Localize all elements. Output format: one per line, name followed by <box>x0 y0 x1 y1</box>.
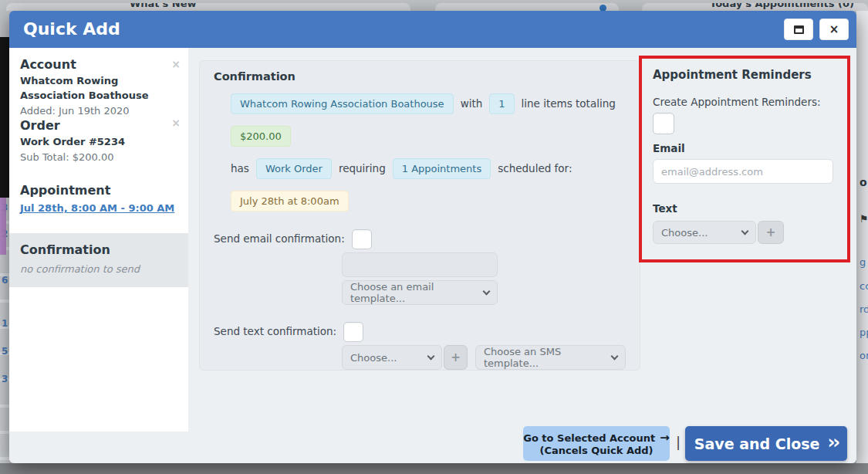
confirmation-summary-section: Confirmation no confirmation to send <box>9 233 188 287</box>
background-right-panel <box>856 11 868 463</box>
background-text-fragment: rd <box>860 303 868 315</box>
sms-template-select[interactable]: Choose an SMS template... <box>475 345 626 370</box>
chevron-down-icon <box>611 353 619 361</box>
plus-icon: + <box>451 350 461 364</box>
background-text-fragment: on <box>860 350 868 361</box>
modal-titlebar: Quick Add × <box>9 11 856 48</box>
phone-number-select[interactable]: Choose... <box>342 345 442 370</box>
reminder-text-label: Text <box>653 202 836 215</box>
appointments-chip: 1 Appointments <box>393 158 491 179</box>
sms-template-select-value: Choose an SMS template... <box>484 346 612 369</box>
sentence-text: line items totaling <box>522 97 616 110</box>
double-chevron-right-icon: ›› <box>827 432 838 453</box>
appointment-link[interactable]: Jul 28th, 8:00 AM - 9:00 AM <box>20 202 174 214</box>
background-text-fragment: g <box>860 256 866 268</box>
order-subtotal: Sub Total: $200.00 <box>20 150 177 165</box>
account-name: Whatcom Rowing Association Boathouse <box>20 73 177 103</box>
plus-icon: + <box>766 225 776 239</box>
summary-sidebar: × × Account Whatcom Rowing Association B… <box>9 48 188 432</box>
flag-icon: ⚑ <box>860 213 868 225</box>
summary-sentence-row: has Work Order requiring 1 Appointments … <box>231 157 626 180</box>
background-card-appointments: Today's Appointments (0) <box>642 3 868 11</box>
background-text-fragment: pp <box>860 327 868 338</box>
email-confirmation-row: Send email confirmation: <box>214 229 626 249</box>
account-chip: Whatcom Rowing Association Boathouse <box>231 93 454 114</box>
background-card-title: Today's Appointments (0) <box>710 3 854 9</box>
reminder-email-label: Email <box>653 142 836 154</box>
chevron-down-icon <box>483 288 491 296</box>
appointment-reminders-highlight: Appointment Reminders Create Appointment… <box>639 56 850 262</box>
confirmation-heading: Confirmation <box>20 242 177 259</box>
sentence-text: requiring <box>339 162 386 174</box>
text-confirmation-row: Send text confirmation: <box>214 322 626 342</box>
create-reminders-label: Create Appointment Reminders: <box>653 96 836 108</box>
save-button-label: Save and Close <box>694 435 820 452</box>
background-card-whats-new: What's New <box>6 3 410 11</box>
add-reminder-phone-button[interactable]: + <box>758 221 784 244</box>
text-confirmation-checkbox[interactable] <box>343 322 363 342</box>
goto-button-label: Go to Selected Account <box>523 432 655 444</box>
background-card-title: What's New <box>130 3 197 9</box>
background-purple-event <box>0 198 6 255</box>
order-name: Work Order #5234 <box>20 134 177 150</box>
remove-order-icon[interactable]: × <box>171 117 181 128</box>
summary-sentence-row: July 28th at 8:00am <box>231 189 626 212</box>
total-chip: $200.00 <box>231 126 291 147</box>
appointment-heading: Appointment <box>20 183 177 199</box>
summary-sentence-row: Whatcom Rowing Association Boathouse wit… <box>231 92 626 115</box>
reminder-phone-select-value: Choose... <box>661 227 708 239</box>
reminders-heading: Appointment Reminders <box>653 68 836 82</box>
email-confirmation-label: Send email confirmation: <box>214 229 345 245</box>
chevron-down-icon <box>427 353 435 361</box>
text-confirmation-label: Send text confirmation: <box>214 322 336 337</box>
add-phone-button[interactable]: + <box>444 345 468 370</box>
chevron-down-icon <box>741 228 749 235</box>
arrow-right-icon: → <box>660 431 670 445</box>
appointment-date-chip: July 28th at 8:00am <box>231 191 349 212</box>
email-template-select-value: Choose an email template... <box>350 281 484 304</box>
reminder-email-input[interactable] <box>653 159 833 184</box>
restore-window-icon <box>794 25 804 34</box>
modal-title: Quick Add <box>23 11 120 48</box>
remove-account-icon[interactable]: × <box>171 59 181 69</box>
email-template-select[interactable]: Choose an email template... <box>342 280 498 305</box>
line-item-count-chip: 1 <box>489 93 514 114</box>
confirmation-panel: Confirmation Whatcom Rowing Association … <box>199 60 640 371</box>
account-added-date: Added: Jun 19th 2020 <box>20 103 177 119</box>
panel-heading: Confirmation <box>214 70 626 83</box>
summary-sentence-row: $200.00 <box>231 124 626 147</box>
confirmation-note: no confirmation to send <box>20 263 177 275</box>
close-icon: × <box>829 24 839 36</box>
email-confirmation-checkbox[interactable] <box>352 229 372 249</box>
quick-add-modal: Quick Add × × × Account Whatcom Rowing A… <box>9 11 856 463</box>
phone-select-value: Choose... <box>350 352 397 364</box>
background-text-fragment: cc <box>860 280 868 292</box>
background-card-middle <box>435 3 619 11</box>
modal-body: × × Account Whatcom Rowing Association B… <box>9 48 856 463</box>
close-button[interactable]: × <box>819 19 849 40</box>
sentence-text: scheduled for: <box>498 162 572 174</box>
work-order-chip: Work Order <box>256 158 332 179</box>
background-text-fragment: o <box>860 176 867 188</box>
reminder-phone-select[interactable]: Choose... <box>653 221 756 244</box>
goto-selected-account-button[interactable]: Go to Selected Account → (Cancels Quick … <box>523 426 670 461</box>
save-and-close-button[interactable]: Save and Close ›› <box>685 426 847 461</box>
create-reminders-checkbox[interactable] <box>653 113 674 134</box>
footer-separator: | <box>676 434 681 450</box>
background-page-bottom <box>0 463 868 474</box>
sentence-text: with <box>461 97 483 110</box>
restore-window-button[interactable] <box>784 19 813 40</box>
order-heading: Order <box>20 118 177 134</box>
account-heading: Account <box>20 57 177 73</box>
email-recipient-input[interactable] <box>342 252 498 277</box>
sentence-text: has <box>231 162 249 174</box>
goto-button-sublabel: (Cancels Quick Add) <box>539 445 653 456</box>
